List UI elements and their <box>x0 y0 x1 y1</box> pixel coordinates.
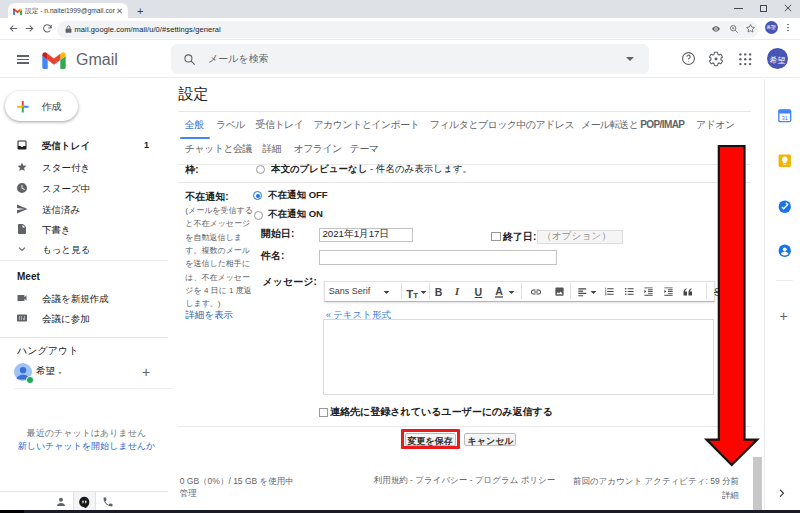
svg-text:31: 31 <box>781 115 788 121</box>
